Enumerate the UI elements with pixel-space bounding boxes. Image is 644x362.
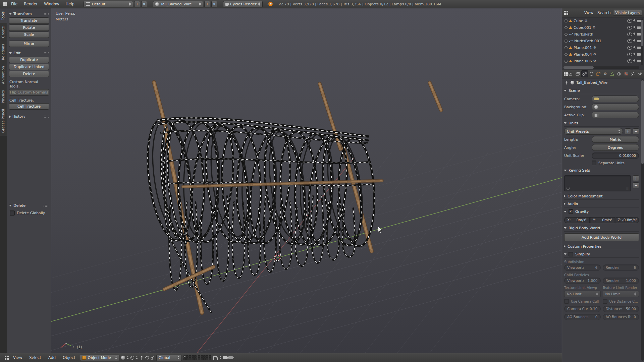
translate-manipulator-icon[interactable] [140, 356, 144, 360]
selectability-arrow-icon[interactable] [633, 19, 636, 22]
visibility-eye-icon[interactable] [627, 26, 632, 29]
ao-bounces-field[interactable]: AO Bounces:0 [564, 314, 601, 320]
selectability-arrow-icon[interactable] [633, 33, 636, 36]
selectability-arrow-icon[interactable] [633, 46, 636, 49]
add-menu[interactable]: Add [46, 355, 58, 360]
delete-globally-checkbox[interactable] [10, 210, 15, 216]
panel-header-keying-sets[interactable]: Keying Sets [564, 167, 639, 174]
renderability-camera-icon[interactable] [637, 20, 641, 22]
remove-preset-button[interactable]: − [633, 128, 639, 134]
panel-header-rigid-body-world[interactable]: Rigid Body World [564, 225, 639, 232]
outliner-display-mode[interactable]: Visible Layers [613, 10, 642, 16]
visibility-eye-icon[interactable] [627, 19, 632, 23]
visibility-eye-icon[interactable] [627, 53, 632, 56]
menu-help[interactable]: Help [63, 2, 77, 6]
angle-dropdown[interactable]: Degrees [592, 144, 639, 151]
panel-header-gravity[interactable]: Gravity [564, 208, 639, 215]
tab-object-icon[interactable] [595, 70, 602, 77]
editor-type-button[interactable] [2, 354, 9, 361]
selectability-arrow-icon[interactable] [633, 59, 636, 63]
manipulator-buttons[interactable] [140, 354, 155, 361]
editor-type-icon[interactable] [564, 11, 566, 12]
editor-type-icon[interactable] [564, 72, 566, 74]
tab-physics[interactable]: Physics [0, 87, 7, 106]
outliner-row-nurbspath[interactable]: NurbsPath [562, 31, 644, 38]
tab-grease-pencil[interactable]: Grease Pencil [0, 106, 7, 136]
tab-tools[interactable]: Tools [0, 8, 7, 23]
add-layout-button[interactable]: + [134, 1, 140, 7]
outliner-horizontal-scrollbar[interactable] [564, 66, 639, 69]
editor-type-icon[interactable] [3, 2, 5, 4]
remove-scene-button[interactable]: × [211, 1, 217, 7]
tab-relations[interactable]: Relations [0, 41, 7, 63]
use-camera-cull-checkbox[interactable] [564, 299, 569, 304]
cell-fracture-button[interactable]: Cell Fracture [9, 103, 49, 110]
tab-world-icon[interactable] [588, 70, 595, 77]
scene-selector[interactable]: Tall_Barbed_Wire [153, 1, 203, 7]
opengl-render-anim-icon[interactable] [228, 356, 233, 359]
keying-sets-list[interactable]: ☰ [564, 175, 631, 191]
view-menu[interactable]: View [10, 355, 25, 360]
panel-header-delete-operator[interactable]: Delete [9, 203, 49, 208]
gravity-z-field[interactable]: Z:-9.8m/s² [615, 217, 639, 223]
3d-viewport[interactable]: y User Persp Meters (1) [51, 8, 562, 353]
tab-render-icon[interactable] [568, 70, 574, 77]
rotate-manipulator-icon[interactable] [145, 356, 149, 360]
screen-layout-selector[interactable]: Default [84, 1, 133, 7]
outliner-row-plane004[interactable]: Plane.004 ⚙ [562, 51, 644, 58]
renderability-camera-icon[interactable] [637, 33, 641, 36]
tab-animation[interactable]: Animation [0, 63, 7, 87]
layers-grid-left[interactable] [183, 355, 197, 360]
layers-widget[interactable] [183, 355, 211, 360]
flip-custom-normals-button[interactable]: Flip Custom Normals [9, 89, 49, 96]
tab-particles-icon[interactable] [630, 70, 636, 77]
remove-layout-button[interactable]: × [141, 1, 147, 7]
transform-orientation-selector[interactable]: Global [156, 355, 182, 361]
panel-header-history[interactable]: History [9, 114, 49, 119]
list-filter-icon[interactable]: ☰ [626, 187, 629, 190]
panel-header-units[interactable]: Units [564, 120, 639, 127]
tab-texture-icon[interactable] [623, 70, 629, 77]
duplicate-linked-button[interactable]: Duplicate Linked [9, 64, 49, 70]
outliner-row-nurbspath001[interactable]: NurbsPath.001 [562, 38, 644, 44]
texture-limit-viewport-dropdown[interactable]: No Limit [564, 291, 601, 297]
menu-render[interactable]: Render [21, 2, 40, 6]
panel-header-audio[interactable]: Audio [564, 200, 639, 207]
remove-keying-set-button[interactable]: − [633, 182, 639, 188]
3d-viewport-canvas[interactable]: y [51, 8, 562, 353]
panel-header-scene[interactable]: Scene [564, 87, 639, 94]
menu-window[interactable]: Window [41, 2, 62, 6]
mode-selector[interactable]: Object Mode [80, 355, 119, 361]
length-dropdown[interactable]: Metric [592, 136, 639, 143]
translate-button[interactable]: Translate [9, 17, 49, 24]
tab-render-layers-icon[interactable] [574, 70, 581, 77]
mirror-button[interactable]: Mirror [9, 41, 49, 47]
outliner-row-cube[interactable]: Cube ⚙ [562, 17, 644, 24]
scale-manipulator-icon[interactable] [150, 356, 155, 360]
object-menu[interactable]: Object [60, 355, 78, 360]
panel-header-simplify[interactable]: Simplify [564, 251, 639, 258]
tab-modifiers-icon[interactable]: ⚙ [602, 70, 609, 77]
tab-scene-icon[interactable] [581, 70, 588, 77]
renderability-camera-icon[interactable] [637, 26, 641, 29]
opengl-render-icon[interactable] [223, 356, 227, 359]
simplify-checkbox[interactable] [569, 252, 573, 256]
tab-material-icon[interactable] [616, 70, 623, 77]
tab-create[interactable]: Create [0, 23, 7, 41]
rotate-button[interactable]: Rotate [9, 24, 49, 31]
tab-object-data-icon[interactable] [609, 70, 615, 77]
gravity-checkbox[interactable] [569, 209, 573, 214]
gravity-x-field[interactable]: X:0m/s² [564, 217, 590, 223]
use-distance-cull-checkbox[interactable] [603, 299, 607, 304]
menu-file[interactable]: File [8, 2, 20, 6]
add-scene-button[interactable]: + [204, 1, 210, 7]
visibility-eye-icon[interactable] [627, 39, 632, 43]
camera-field[interactable] [592, 96, 639, 102]
visibility-eye-icon[interactable] [627, 59, 632, 63]
unit-scale-field[interactable]: 0.010000 [592, 153, 639, 159]
ao-bounces-render-field[interactable]: AO Bounces R:0 [603, 314, 639, 320]
selectability-arrow-icon[interactable] [633, 26, 636, 29]
unit-presets-dropdown[interactable]: Unit Presets [564, 128, 623, 135]
pin-icon[interactable] [565, 81, 569, 85]
texture-limit-render-dropdown[interactable]: No Limit [603, 291, 639, 297]
